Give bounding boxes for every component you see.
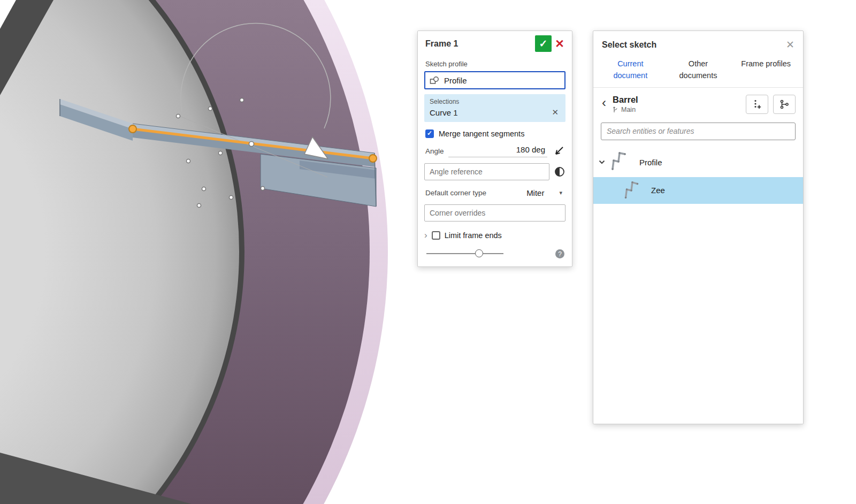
- tree-item-zee[interactable]: Zee: [593, 177, 803, 204]
- sketch-point[interactable]: [240, 98, 244, 102]
- sketch-tree: Profile Zee: [593, 148, 803, 204]
- x-icon: ✕: [555, 37, 564, 50]
- angle-input[interactable]: 180 deg: [448, 145, 547, 157]
- angle-reference-icon[interactable]: [554, 166, 565, 178]
- tab-current-document[interactable]: Current document: [597, 58, 664, 82]
- sketch-point[interactable]: [197, 204, 201, 208]
- sketch-point[interactable]: [177, 114, 180, 118]
- dialog-title: Frame 1: [425, 39, 535, 49]
- limit-frame-ends-checkbox[interactable]: [432, 231, 440, 240]
- branch-icon: [613, 106, 618, 113]
- confirm-button[interactable]: ✓: [535, 35, 552, 52]
- opacity-slider-knob[interactable]: [475, 249, 483, 257]
- document-row: ‹ Barrel Main: [593, 88, 803, 119]
- workspace-name: Main: [621, 106, 636, 113]
- sketch-point[interactable]: [219, 151, 223, 155]
- frame-feature-dialog: Frame 1 ✓ ✕ Sketch profile Profile Selec…: [417, 30, 572, 267]
- chevron-down-icon[interactable]: [599, 160, 605, 164]
- panel-header: Select sketch ✕: [593, 31, 803, 56]
- sketch-point[interactable]: [209, 107, 212, 111]
- dialog-header: Frame 1 ✓ ✕: [418, 31, 572, 56]
- merge-tangent-checkbox[interactable]: [425, 129, 434, 138]
- z-profile-sketch-icon: [607, 150, 632, 174]
- tab-other-documents[interactable]: Other documents: [664, 58, 732, 82]
- sketch-point[interactable]: [230, 196, 233, 200]
- default-corner-label: Default corner type: [425, 189, 486, 197]
- z-profile-sketch-icon: [620, 179, 644, 202]
- selections-label: Selections: [430, 98, 560, 105]
- angle-reference-field[interactable]: [424, 163, 549, 180]
- help-icon[interactable]: ?: [555, 249, 564, 258]
- sketch-point[interactable]: [202, 187, 206, 191]
- angle-row: Angle 180 deg: [425, 145, 564, 157]
- insert-entity-button[interactable]: [746, 95, 768, 114]
- curve-midpoint[interactable]: [249, 142, 254, 147]
- check-icon: ✓: [539, 37, 548, 50]
- sketch-profile-label: Sketch profile: [425, 60, 564, 68]
- sketch-profile-value: Profile: [444, 76, 467, 85]
- tab-frame-profiles[interactable]: Frame profiles: [732, 58, 800, 82]
- remove-selection-icon[interactable]: ✕: [550, 108, 560, 117]
- version-branch-icon: [779, 99, 790, 110]
- sketch-point[interactable]: [261, 187, 265, 190]
- angle-reference-row: [424, 158, 565, 180]
- version-tree-button[interactable]: [773, 95, 796, 114]
- sketch-point[interactable]: [187, 159, 190, 163]
- corner-type-dropdown[interactable]: Miter ▾: [526, 188, 564, 197]
- selections-box[interactable]: Selections Curve 1 ✕: [424, 94, 565, 122]
- tab-bar: Current document Other documents Frame p…: [593, 56, 803, 88]
- limit-frame-ends-label: Limit frame ends: [445, 231, 502, 240]
- curve-endpoint-start[interactable]: [129, 125, 136, 133]
- corner-overrides-field[interactable]: [424, 204, 565, 222]
- chevron-down-icon: ▾: [559, 189, 562, 196]
- dialog-footer: ?: [424, 246, 565, 261]
- close-icon[interactable]: ✕: [786, 39, 794, 51]
- tree-item-label: Profile: [639, 158, 662, 167]
- corner-type-value: Miter: [526, 188, 544, 197]
- sketch-icon: [430, 76, 439, 85]
- limit-frame-ends-row: › Limit frame ends: [424, 231, 565, 240]
- document-name: Barrel: [613, 95, 638, 105]
- flip-direction-icon[interactable]: [552, 146, 564, 157]
- tree-item-profile[interactable]: Profile: [593, 148, 803, 177]
- insert-plus-icon: [752, 99, 762, 110]
- tree-item-label: Zee: [651, 186, 665, 195]
- search-input[interactable]: [601, 123, 796, 140]
- opacity-slider-track[interactable]: [426, 253, 503, 254]
- merge-tangent-row: Merge tangent segments: [425, 129, 564, 138]
- barrel-ring-model[interactable]: [0, 0, 388, 504]
- chevron-left-icon[interactable]: ‹: [602, 96, 606, 109]
- panel-title: Select sketch: [602, 40, 786, 50]
- cancel-button[interactable]: ✕: [552, 35, 568, 52]
- curve-endpoint-end[interactable]: [369, 155, 377, 162]
- default-corner-row: Default corner type Miter ▾: [425, 188, 564, 197]
- select-sketch-panel: Select sketch ✕ Current document Other d…: [593, 30, 804, 424]
- angle-label: Angle: [425, 147, 444, 155]
- expand-chevron-icon[interactable]: ›: [424, 231, 427, 240]
- merge-tangent-label: Merge tangent segments: [439, 129, 524, 138]
- sketch-profile-field[interactable]: Profile: [424, 71, 565, 89]
- selection-item[interactable]: Curve 1: [430, 108, 550, 117]
